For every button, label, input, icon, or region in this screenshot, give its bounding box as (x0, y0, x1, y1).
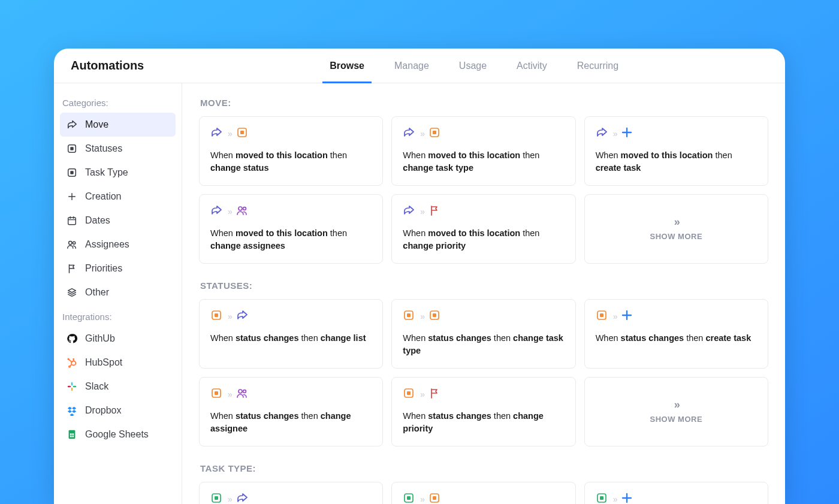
status-orange-icon (428, 309, 440, 324)
assignees-purple-icon (236, 387, 248, 402)
automation-card[interactable]: »When status changes then change assigne… (199, 377, 383, 446)
status-orange-icon (236, 126, 248, 141)
automation-card[interactable]: »When moved to this location then change… (391, 116, 575, 186)
card-icon-row: » (403, 126, 564, 141)
sidebar-item-label: Dates (85, 215, 110, 226)
card-description: When status changes then change task typ… (403, 332, 564, 357)
sidebar-item-assignees[interactable]: Assignees (60, 233, 176, 256)
status-orange-icon (210, 309, 222, 324)
automation-card[interactable]: »When task type changes then create task (584, 482, 768, 504)
app-window: Automations Browse Manage Usage Activity… (54, 49, 785, 504)
card-description: When moved to this location then change … (210, 149, 372, 174)
gsheets-icon (66, 428, 78, 440)
card-description: When moved to this location then create … (596, 149, 757, 174)
sidebar-item-label: HubSpot (85, 357, 122, 368)
sidebar-item-label: Move (85, 119, 108, 130)
chevron-right-icon: » (674, 216, 678, 228)
automation-card[interactable]: »When task type changes then change (391, 482, 575, 504)
card-icon-row: » (403, 387, 564, 402)
status-orange-icon (428, 126, 440, 141)
automation-card[interactable]: »When moved to this location then change… (199, 194, 383, 264)
automation-grid: »When moved to this location then change… (199, 116, 768, 264)
show-more-label: SHOW MORE (650, 232, 703, 241)
card-icon-row: » (596, 492, 757, 504)
sidebar-item-move[interactable]: Move (60, 113, 176, 137)
automation-grid: »When status changes then change list»Wh… (199, 299, 768, 446)
show-more-button[interactable]: »SHOW MORE (584, 377, 768, 446)
chevron-right-icon: » (228, 390, 231, 399)
card-description: When status changes then change assignee (210, 410, 372, 435)
tab-recurring[interactable]: Recurring (577, 49, 618, 83)
dropbox-icon (66, 405, 78, 417)
chevron-right-icon: » (420, 312, 423, 321)
card-description: When status changes then change list (210, 332, 372, 345)
main-content[interactable]: MOVE:»When moved to this location then c… (182, 83, 785, 504)
status-orange-icon (596, 309, 608, 324)
status-green-icon (403, 492, 415, 504)
automation-card[interactable]: »When status changes then change priorit… (391, 377, 575, 446)
sidebar-item-task-type[interactable]: Task Type (60, 161, 176, 185)
card-icon-row: » (596, 126, 757, 141)
card-icon-row: » (403, 492, 564, 504)
sidebar-integration-github[interactable]: GithUb (60, 327, 176, 351)
automation-card[interactable]: »When moved to this location then create… (584, 116, 768, 186)
tab-activity[interactable]: Activity (517, 49, 547, 83)
calendar-icon (66, 215, 78, 227)
automation-card[interactable]: »When moved to this location then change… (199, 116, 383, 186)
status-orange-icon (403, 309, 415, 324)
status-icon (66, 143, 78, 155)
sidebar-item-priorities[interactable]: Priorities (60, 256, 176, 280)
body: Categories: MoveStatusesTask TypeCreatio… (54, 83, 785, 504)
sidebar-item-creation[interactable]: Creation (60, 185, 176, 209)
card-description: When status changes then create task (596, 332, 757, 345)
svg-rect-14 (68, 386, 71, 387)
chevron-right-icon: » (420, 207, 423, 216)
tab-usage[interactable]: Usage (459, 49, 487, 83)
sidebar-integration-hubspot[interactable]: HubSpot (60, 351, 176, 375)
chevron-right-icon: » (613, 312, 616, 321)
assignees-icon (66, 239, 78, 251)
slack-icon (66, 381, 78, 393)
automation-card[interactable]: »When status changes then change list (199, 299, 383, 369)
card-icon-row: » (403, 309, 564, 324)
show-more-button[interactable]: »SHOW MORE (584, 194, 768, 264)
flag-red-icon (428, 204, 440, 219)
sidebar-item-label: Assignees (85, 239, 129, 250)
automation-card[interactable]: »When status changes then create task (584, 299, 768, 369)
automation-card[interactable]: »When moved to this location then change… (391, 194, 575, 264)
sidebar-item-statuses[interactable]: Statuses (60, 137, 176, 161)
chevron-right-icon: » (228, 494, 231, 504)
integrations-label: Integrations: (62, 312, 176, 322)
card-icon-row: » (210, 126, 372, 141)
card-icon-row: » (210, 204, 372, 219)
chevron-right-icon: » (420, 390, 423, 399)
sidebar-item-other[interactable]: Other (60, 280, 176, 304)
card-icon-row: » (210, 309, 372, 324)
automation-card[interactable]: »When status changes then change task ty… (391, 299, 575, 369)
forward-violet-icon (236, 309, 248, 324)
automation-grid: »When task type changes then change list… (199, 482, 768, 504)
plus-blue-icon (621, 309, 633, 324)
tab-browse[interactable]: Browse (330, 49, 364, 83)
sidebar-integration-slack[interactable]: Slack (60, 375, 176, 399)
sidebar-integration-dropbox[interactable]: Dropbox (60, 399, 176, 422)
chevron-right-icon: » (228, 312, 231, 321)
sidebar: Categories: MoveStatusesTask TypeCreatio… (54, 83, 182, 504)
categories-label: Categories: (62, 98, 176, 108)
sidebar-item-label: Priorities (85, 263, 122, 274)
automation-card[interactable]: »When task type changes then change list (199, 482, 383, 504)
card-icon-row: » (403, 204, 564, 219)
forward-violet-icon (403, 126, 415, 141)
sidebar-item-dates[interactable]: Dates (60, 209, 176, 233)
card-description: When moved to this location then change … (403, 227, 564, 252)
status-icon (66, 167, 78, 179)
status-green-icon (596, 492, 608, 504)
sidebar-item-label: Other (85, 287, 109, 298)
status-green-icon (210, 492, 222, 504)
tab-manage[interactable]: Manage (394, 49, 429, 83)
flag-icon (66, 262, 78, 274)
sidebar-item-label: GithUb (85, 333, 115, 344)
chevron-right-icon: » (228, 207, 231, 216)
sidebar-integration-google-sheets[interactable]: Google Sheets (60, 422, 176, 446)
plus-blue-icon (621, 492, 633, 504)
